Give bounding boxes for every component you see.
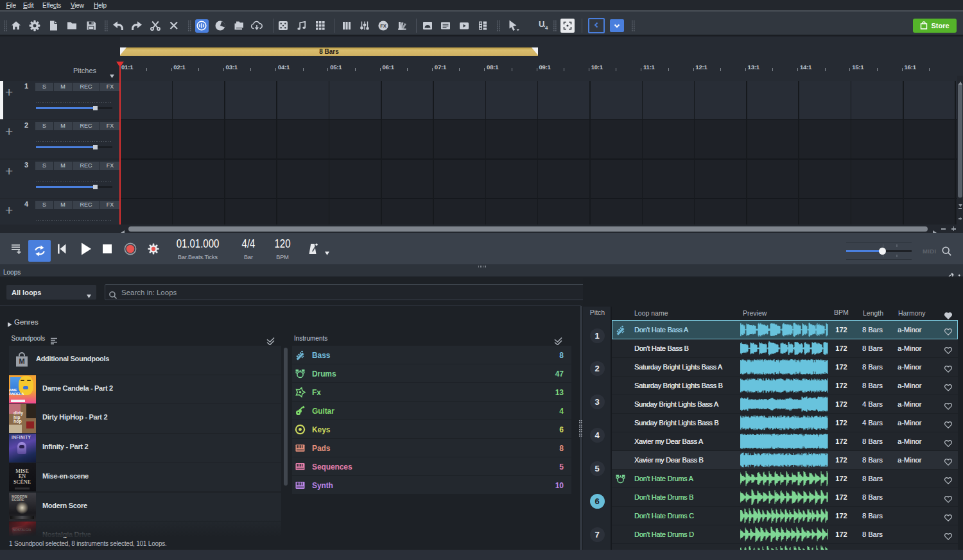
svg-text:4: 4 [545,25,548,31]
svg-text:FX: FX [380,23,386,29]
svg-text:M: M [19,357,24,365]
svg-text:U: U [539,19,544,29]
